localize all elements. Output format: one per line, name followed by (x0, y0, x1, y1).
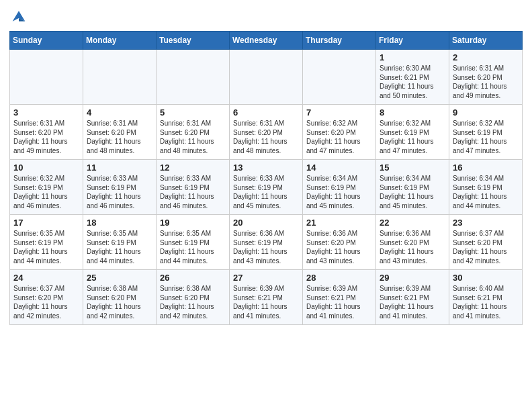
calendar-cell: 3Sunrise: 6:31 AM Sunset: 6:20 PM Daylig… (10, 105, 83, 160)
day-number: 22 (380, 218, 445, 228)
calendar-cell: 9Sunrise: 6:32 AM Sunset: 6:19 PM Daylig… (449, 105, 523, 160)
calendar-cell: 29Sunrise: 6:39 AM Sunset: 6:21 PM Dayli… (376, 270, 449, 325)
calendar-cell (157, 50, 230, 105)
logo (9, 7, 31, 26)
calendar-header: SundayMondayTuesdayWednesdayThursdayFrid… (10, 32, 523, 50)
day-info: Sunrise: 6:32 AM Sunset: 6:19 PM Dayligh… (13, 174, 79, 210)
day-number: 29 (380, 273, 445, 283)
calendar-cell: 20Sunrise: 6:36 AM Sunset: 6:19 PM Dayli… (230, 215, 303, 270)
calendar-cell: 16Sunrise: 6:34 AM Sunset: 6:19 PM Dayli… (449, 160, 523, 215)
day-info: Sunrise: 6:36 AM Sunset: 6:19 PM Dayligh… (233, 229, 299, 265)
day-number: 10 (13, 163, 79, 173)
day-number: 24 (13, 273, 79, 283)
day-number: 21 (306, 218, 372, 228)
calendar-week-4: 17Sunrise: 6:35 AM Sunset: 6:19 PM Dayli… (10, 215, 523, 270)
day-number: 28 (306, 273, 372, 283)
day-number: 7 (306, 107, 372, 118)
calendar-cell: 15Sunrise: 6:34 AM Sunset: 6:19 PM Dayli… (376, 160, 449, 215)
day-number: 2 (453, 52, 519, 62)
day-info: Sunrise: 6:36 AM Sunset: 6:20 PM Dayligh… (380, 229, 445, 265)
weekday-header-friday: Friday (376, 32, 449, 50)
day-info: Sunrise: 6:37 AM Sunset: 6:20 PM Dayligh… (453, 229, 519, 265)
day-number: 25 (87, 273, 152, 283)
day-info: Sunrise: 6:40 AM Sunset: 6:21 PM Dayligh… (453, 284, 519, 320)
calendar-body: 1Sunrise: 6:30 AM Sunset: 6:21 PM Daylig… (10, 50, 523, 325)
day-info: Sunrise: 6:35 AM Sunset: 6:19 PM Dayligh… (160, 229, 226, 265)
day-number: 12 (160, 163, 226, 173)
day-info: Sunrise: 6:35 AM Sunset: 6:19 PM Dayligh… (87, 229, 152, 265)
day-info: Sunrise: 6:38 AM Sunset: 6:20 PM Dayligh… (160, 284, 226, 320)
day-number: 18 (87, 218, 152, 228)
day-info: Sunrise: 6:35 AM Sunset: 6:19 PM Dayligh… (13, 229, 79, 265)
day-info: Sunrise: 6:39 AM Sunset: 6:21 PM Dayligh… (380, 284, 445, 320)
weekday-header-monday: Monday (83, 32, 157, 50)
calendar-cell: 12Sunrise: 6:33 AM Sunset: 6:19 PM Dayli… (157, 160, 230, 215)
weekday-header-thursday: Thursday (303, 32, 376, 50)
calendar-cell: 6Sunrise: 6:31 AM Sunset: 6:20 PM Daylig… (230, 105, 303, 160)
calendar-cell: 22Sunrise: 6:36 AM Sunset: 6:20 PM Dayli… (376, 215, 449, 270)
page: SundayMondayTuesdayWednesdayThursdayFrid… (0, 0, 532, 411)
day-info: Sunrise: 6:31 AM Sunset: 6:20 PM Dayligh… (13, 119, 79, 155)
weekday-header-saturday: Saturday (449, 32, 523, 50)
weekday-header-tuesday: Tuesday (157, 32, 230, 50)
day-info: Sunrise: 6:30 AM Sunset: 6:21 PM Dayligh… (380, 64, 445, 100)
day-number: 14 (306, 163, 372, 173)
calendar-table: SundayMondayTuesdayWednesdayThursdayFrid… (9, 31, 523, 325)
day-info: Sunrise: 6:31 AM Sunset: 6:20 PM Dayligh… (233, 119, 299, 155)
day-number: 11 (87, 163, 152, 173)
day-number: 8 (380, 107, 445, 118)
calendar-week-3: 10Sunrise: 6:32 AM Sunset: 6:19 PM Dayli… (10, 160, 523, 215)
day-number: 16 (453, 163, 519, 173)
weekday-header-sunday: Sunday (10, 32, 83, 50)
day-info: Sunrise: 6:39 AM Sunset: 6:21 PM Dayligh… (233, 284, 299, 320)
day-number: 13 (233, 163, 299, 173)
calendar-week-2: 3Sunrise: 6:31 AM Sunset: 6:20 PM Daylig… (10, 105, 523, 160)
day-info: Sunrise: 6:36 AM Sunset: 6:20 PM Dayligh… (306, 229, 372, 265)
day-info: Sunrise: 6:34 AM Sunset: 6:19 PM Dayligh… (306, 174, 372, 210)
calendar-cell: 27Sunrise: 6:39 AM Sunset: 6:21 PM Dayli… (230, 270, 303, 325)
day-info: Sunrise: 6:31 AM Sunset: 6:20 PM Dayligh… (453, 64, 519, 100)
calendar-cell: 11Sunrise: 6:33 AM Sunset: 6:19 PM Dayli… (83, 160, 157, 215)
day-number: 4 (87, 107, 152, 118)
calendar-cell: 21Sunrise: 6:36 AM Sunset: 6:20 PM Dayli… (303, 215, 376, 270)
calendar-cell (83, 50, 157, 105)
day-info: Sunrise: 6:33 AM Sunset: 6:19 PM Dayligh… (87, 174, 152, 210)
day-number: 19 (160, 218, 226, 228)
calendar-cell: 10Sunrise: 6:32 AM Sunset: 6:19 PM Dayli… (10, 160, 83, 215)
calendar-cell: 7Sunrise: 6:32 AM Sunset: 6:20 PM Daylig… (303, 105, 376, 160)
calendar-week-1: 1Sunrise: 6:30 AM Sunset: 6:21 PM Daylig… (10, 50, 523, 105)
day-info: Sunrise: 6:34 AM Sunset: 6:19 PM Dayligh… (380, 174, 445, 210)
calendar-cell (10, 50, 83, 105)
day-number: 1 (380, 52, 445, 62)
day-number: 6 (233, 107, 299, 118)
calendar-cell: 23Sunrise: 6:37 AM Sunset: 6:20 PM Dayli… (449, 215, 523, 270)
day-info: Sunrise: 6:39 AM Sunset: 6:21 PM Dayligh… (306, 284, 372, 320)
calendar-cell: 5Sunrise: 6:31 AM Sunset: 6:20 PM Daylig… (157, 105, 230, 160)
day-number: 26 (160, 273, 226, 283)
day-info: Sunrise: 6:32 AM Sunset: 6:19 PM Dayligh… (380, 119, 445, 155)
calendar-cell: 26Sunrise: 6:38 AM Sunset: 6:20 PM Dayli… (157, 270, 230, 325)
day-number: 5 (160, 107, 226, 118)
calendar-cell: 13Sunrise: 6:33 AM Sunset: 6:19 PM Dayli… (230, 160, 303, 215)
calendar-cell: 24Sunrise: 6:37 AM Sunset: 6:20 PM Dayli… (10, 270, 83, 325)
day-number: 23 (453, 218, 519, 228)
calendar-cell: 1Sunrise: 6:30 AM Sunset: 6:21 PM Daylig… (376, 50, 449, 105)
day-info: Sunrise: 6:38 AM Sunset: 6:20 PM Dayligh… (87, 284, 152, 320)
day-number: 3 (13, 107, 79, 118)
calendar-cell: 18Sunrise: 6:35 AM Sunset: 6:19 PM Dayli… (83, 215, 157, 270)
day-number: 15 (380, 163, 445, 173)
logo-icon (9, 7, 28, 26)
day-number: 17 (13, 218, 79, 228)
calendar-cell (230, 50, 303, 105)
day-info: Sunrise: 6:32 AM Sunset: 6:20 PM Dayligh… (306, 119, 372, 155)
calendar-cell: 25Sunrise: 6:38 AM Sunset: 6:20 PM Dayli… (83, 270, 157, 325)
day-info: Sunrise: 6:34 AM Sunset: 6:19 PM Dayligh… (453, 174, 519, 210)
day-info: Sunrise: 6:31 AM Sunset: 6:20 PM Dayligh… (87, 119, 152, 155)
weekday-header-row: SundayMondayTuesdayWednesdayThursdayFrid… (10, 32, 523, 50)
day-number: 30 (453, 273, 519, 283)
calendar-week-5: 24Sunrise: 6:37 AM Sunset: 6:20 PM Dayli… (10, 270, 523, 325)
day-info: Sunrise: 6:37 AM Sunset: 6:20 PM Dayligh… (13, 284, 79, 320)
day-info: Sunrise: 6:31 AM Sunset: 6:20 PM Dayligh… (160, 119, 226, 155)
header (9, 7, 523, 26)
day-info: Sunrise: 6:33 AM Sunset: 6:19 PM Dayligh… (233, 174, 299, 210)
